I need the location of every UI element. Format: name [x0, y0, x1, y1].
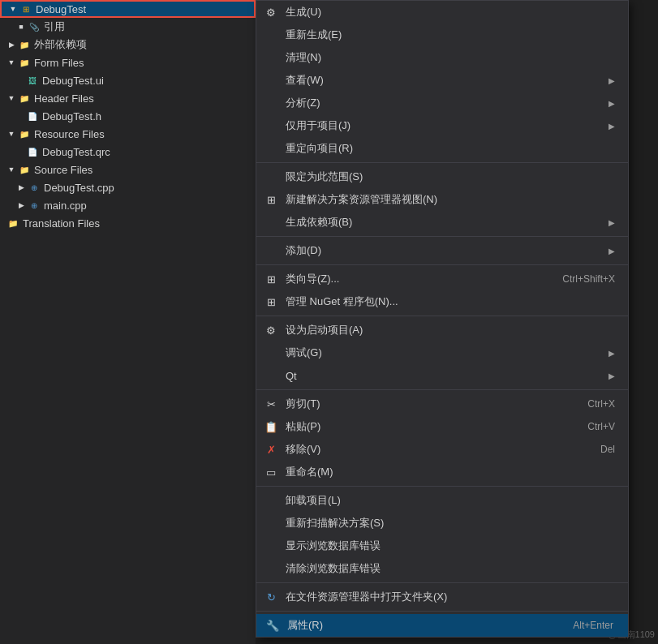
tree-item-resource-files[interactable]: ▼ 📁 Resource Files [0, 125, 256, 143]
tree-label-resource: Resource Files [34, 128, 105, 140]
sep-5 [256, 389, 628, 390]
arrow-debug: ▶ [609, 349, 615, 358]
arrow-only-project: ▶ [609, 122, 615, 131]
tree-item-debugtest-cpp[interactable]: ▶ ⊕ DebugTest.cpp [0, 178, 256, 196]
tree-label-cpp2: main.cpp [44, 200, 87, 212]
menu-label-build: 生成(U) [286, 5, 321, 19]
menu-item-debug[interactable]: 调试(G) ▶ [256, 341, 628, 364]
tree-item-translation-files[interactable]: 📁 Translation Files [0, 214, 256, 232]
menu-item-class-wizard[interactable]: ⊞ 类向导(Z)... Ctrl+Shift+X [256, 268, 628, 290]
menu-label-view: 查看(W) [286, 73, 324, 88]
menu-label-rescan: 重新扫描解决方案(S) [286, 516, 384, 530]
menu-label-clear-db-errors: 清除浏览数据库错误 [286, 561, 381, 576]
shortcut-properties: Alt+Enter [573, 620, 613, 631]
sep-3 [256, 264, 628, 265]
menu-label-retarget: 重定向项目(R) [286, 141, 353, 156]
cpp-icon-1: ⊕ [28, 181, 41, 194]
tree-label-translation: Translation Files [23, 217, 100, 230]
menu-label-limit-scope: 限定为此范围(S) [286, 170, 363, 184]
explorer-icon: ↻ [263, 591, 279, 603]
menu-label-add: 添加(D) [286, 243, 321, 258]
menu-item-only-project[interactable]: 仅用于项目(J) ▶ [256, 114, 628, 137]
sep-7 [256, 582, 628, 583]
folder-icon-source: 📁 [18, 163, 31, 176]
tree-item-external-deps[interactable]: ▶ 📁 外部依赖项 [0, 36, 256, 54]
menu-label-nuget: 管理 NuGet 程序包(N)... [286, 294, 398, 309]
sep-6 [256, 486, 628, 487]
folder-icon-ext: 📁 [18, 38, 31, 51]
menu-item-nuget[interactable]: ⊞ 管理 NuGet 程序包(N)... [256, 290, 628, 313]
tree-label-source: Source Files [34, 164, 92, 176]
arrow-add: ▶ [609, 247, 615, 255]
menu-item-view[interactable]: 查看(W) ▶ [256, 69, 628, 92]
menu-label-analyze: 分析(Z) [286, 96, 320, 110]
menu-item-rename[interactable]: ▭ 重命名(M) [256, 461, 628, 483]
arrow-refs: ■ [16, 22, 26, 32]
menu-item-new-solution-view[interactable]: ⊞ 新建解决方案资源管理器视图(N) [256, 188, 628, 211]
menu-item-set-startup[interactable]: ⚙ 设为启动项目(A) [256, 319, 628, 341]
shortcut-cut: Ctrl+X [587, 398, 615, 410]
shortcut-paste: Ctrl+V [587, 421, 615, 432]
menu-item-show-db-errors[interactable]: 显示浏览数据库错误 [256, 535, 628, 557]
folder-icon-form: 📁 [18, 56, 31, 69]
arrow-qt: ▶ [609, 371, 615, 380]
menu-item-clean[interactable]: 清理(N) [256, 46, 628, 69]
menu-item-add[interactable]: 添加(D) ▶ [256, 239, 628, 262]
menu-label-clean: 清理(N) [286, 50, 321, 65]
tree-item-debugtest-qrc[interactable]: 📄 DebugTest.qrc [0, 143, 256, 161]
menu-label-properties: 属性(R) [287, 618, 323, 633]
menu-label-debug: 调试(G) [286, 346, 322, 360]
arrow-resource: ▼ [6, 129, 16, 139]
sep-4 [256, 316, 628, 316]
folder-icon-translation: 📁 [6, 217, 19, 230]
arrow-calc-deps: ▶ [609, 218, 615, 227]
tree-item-debugtest-ui[interactable]: 🖼 DebugTest.ui [0, 71, 256, 89]
menu-item-clear-db-errors[interactable]: 清除浏览数据库错误 [256, 557, 628, 580]
tree-item-main-cpp[interactable]: ▶ ⊕ main.cpp [0, 196, 256, 214]
qrc-icon: 📄 [26, 145, 39, 158]
menu-item-qt[interactable]: Qt ▶ [256, 364, 628, 387]
tree-item-source-files[interactable]: ▼ 📁 Source Files [0, 161, 256, 178]
menu-item-paste[interactable]: 📋 粘贴(P) Ctrl+V [256, 415, 628, 438]
menu-label-only-project: 仅用于项目(J) [286, 118, 351, 133]
solution-explorer: ▼ ⊞ DebugTest ■ 📎 引用 ▶ 📁 外部依赖项 ▼ 📁 Form … [0, 0, 256, 644]
tree-item-form-files[interactable]: ▼ 📁 Form Files [0, 54, 256, 71]
tree-item-refs[interactable]: ■ 📎 引用 [0, 18, 256, 36]
menu-item-build[interactable]: ⚙ 生成(U) [256, 1, 628, 24]
folder-icon-resource: 📁 [18, 127, 31, 140]
ui-icon: 🖼 [26, 74, 39, 87]
tree-item-debugtest[interactable]: ▼ ⊞ DebugTest [0, 0, 256, 18]
menu-label-calc-deps: 生成依赖项(B) [286, 215, 352, 230]
menu-item-remove[interactable]: ✗ 移除(V) Del [256, 438, 628, 461]
new-view-icon: ⊞ [263, 194, 279, 206]
menu-label-remove: 移除(V) [286, 442, 320, 457]
menu-item-rescan[interactable]: 重新扫描解决方案(S) [256, 512, 628, 535]
arrow-source: ▼ [6, 165, 16, 174]
menu-item-calc-deps[interactable]: 生成依赖项(B) ▶ [256, 211, 628, 234]
ref-icon: 📎 [28, 20, 41, 33]
menu-item-retarget[interactable]: 重定向项目(R) [256, 137, 628, 160]
tree-item-debugtest-h[interactable]: 📄 DebugTest.h [0, 107, 256, 125]
tree-item-header-files[interactable]: ▼ 📁 Header Files [0, 89, 256, 107]
menu-item-limit-scope[interactable]: 限定为此范围(S) [256, 165, 628, 188]
build-icon: ⚙ [263, 6, 279, 19]
menu-item-rebuild[interactable]: 重新生成(E) [256, 24, 628, 46]
sep-8 [256, 611, 628, 612]
menu-label-class-wizard: 类向导(Z)... [286, 272, 339, 286]
arrow-cpp2: ▶ [16, 200, 26, 210]
folder-icon-header: 📁 [18, 92, 31, 105]
menu-item-properties[interactable]: 🔧 属性(R) Alt+Enter [256, 614, 628, 637]
menu-item-analyze[interactable]: 分析(Z) ▶ [256, 92, 628, 114]
cpp-icon-2: ⊕ [28, 199, 41, 212]
shortcut-remove: Del [600, 444, 615, 455]
paste-icon: 📋 [263, 421, 279, 433]
tree-label-header: Header Files [34, 92, 94, 105]
properties-icon: 🔧 [264, 620, 281, 632]
tree-label-ui: DebugTest.ui [42, 75, 104, 87]
menu-label-cut: 剪切(T) [286, 397, 320, 411]
menu-item-unload[interactable]: 卸载项目(L) [256, 489, 628, 512]
menu-label-paste: 粘贴(P) [286, 419, 320, 434]
menu-item-open-in-explorer[interactable]: ↻ 在文件资源管理器中打开文件夹(X) [256, 586, 628, 608]
menu-item-cut[interactable]: ✂ 剪切(T) Ctrl+X [256, 393, 628, 415]
menu-label-show-db-errors: 显示浏览数据库错误 [286, 539, 381, 553]
